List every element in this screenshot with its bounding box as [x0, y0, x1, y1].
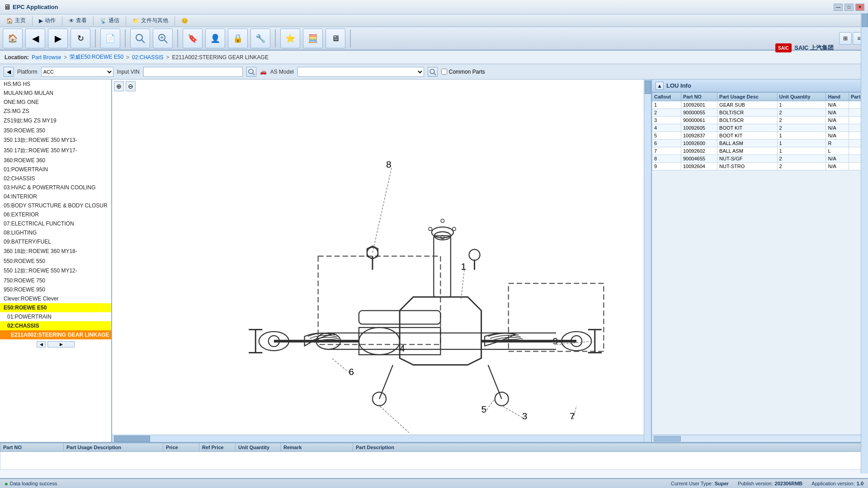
- sidebar-item[interactable]: ZS19款:MG ZS MY19: [0, 116, 111, 126]
- diagram-zoom-in[interactable]: ⊕: [114, 81, 124, 91]
- location-label: Location:: [5, 54, 29, 61]
- app-title: EPC Application: [13, 4, 58, 10]
- sidebar-item[interactable]: 04:INTERIOR: [0, 192, 111, 201]
- lou-collapse-button[interactable]: ▲: [656, 82, 664, 90]
- asmodel-search-button[interactable]: [428, 67, 438, 77]
- lou-table-row[interactable]: 910092604NUT-STRO2N/A: [652, 163, 868, 170]
- menubar: 🏠 主页 ▶ 动作 👁 查看 📡 通信 📁 文件与其他 😊 SAIC SAIC …: [0, 14, 868, 27]
- lou-table-row[interactable]: 710092602BALL ASM1L: [652, 147, 868, 155]
- home-button[interactable]: 🏠: [3, 28, 23, 48]
- sidebar-item[interactable]: HS:MG HS: [0, 80, 111, 89]
- sidebar-items: HS:MG HSMULAN:MG MULANONE:MG ONEZS:MG ZS…: [0, 80, 111, 339]
- lou-table-row[interactable]: 510092837BOOT KIT1N/A: [652, 132, 868, 140]
- new-button[interactable]: 📄: [100, 28, 120, 48]
- back-button[interactable]: ◀: [25, 28, 45, 48]
- vin-input[interactable]: [143, 67, 243, 77]
- lou-table-cell: N/A: [826, 132, 849, 140]
- lock-button[interactable]: 🔒: [228, 28, 248, 48]
- lou-table-row[interactable]: 890004655NUT-S/GF2N/A: [652, 155, 868, 163]
- diagram-scrollbar-vertical[interactable]: [644, 80, 651, 442]
- vin-search-button[interactable]: [246, 67, 256, 77]
- search-button[interactable]: [130, 28, 150, 48]
- sidebar-item[interactable]: ONE:MG ONE: [0, 98, 111, 107]
- location-part-browse[interactable]: Part Browse: [32, 54, 61, 61]
- sidebar-item[interactable]: 08:LIGHTING: [0, 228, 111, 237]
- sidebar[interactable]: HS:MG HSMULAN:MG MULANONE:MG ONEZS:MG ZS…: [0, 80, 112, 442]
- sidebar-item[interactable]: Clever:ROEWE Clever: [0, 294, 111, 303]
- person-button[interactable]: 👤: [205, 28, 225, 48]
- sidebar-item[interactable]: 01:POWERTRAIN: [0, 165, 111, 174]
- sidebar-item[interactable]: 06:EXTERIOR: [0, 210, 111, 219]
- sidebar-scroll-right[interactable]: ▶: [47, 341, 75, 347]
- lou-table-row[interactable]: 410092605BOOT KIT2N/A: [652, 124, 868, 132]
- lou-table-cell: 2: [777, 117, 826, 124]
- minimize-button[interactable]: —: [834, 4, 843, 11]
- asmodel-select[interactable]: [297, 67, 424, 77]
- refresh-button[interactable]: ↻: [71, 28, 90, 48]
- common-parts-checkbox-label[interactable]: Common Parts: [441, 69, 485, 75]
- sidebar-item[interactable]: 550 12款::ROEWE 550 MY12-: [0, 266, 111, 276]
- sidebar-item[interactable]: 350:ROEWE 350: [0, 126, 111, 135]
- location-sep-3: >: [166, 54, 169, 61]
- location-chassis[interactable]: 02:CHASSIS: [132, 54, 163, 61]
- maximize-button[interactable]: □: [844, 4, 854, 11]
- lou-table-row[interactable]: 610092600BALL ASM1R: [652, 140, 868, 147]
- lou-table-body: 110092601GEAR SUB1N/A290000055BOLT/SCR2N…: [652, 101, 868, 170]
- svg-line-3: [142, 40, 145, 43]
- lou-table[interactable]: Callout Part NO Part Usage Desc Unit Qua…: [652, 92, 868, 435]
- close-button[interactable]: ✕: [855, 4, 864, 11]
- sidebar-item[interactable]: 750:ROEWE 750: [0, 276, 111, 285]
- publish-version: 202306RMB: [775, 481, 803, 486]
- lou-header-row: Callout Part NO Part Usage Desc Unit Qua…: [652, 93, 868, 101]
- sidebar-item[interactable]: 03:HVAC & POWERTRAIN COOLING: [0, 183, 111, 192]
- tools-button[interactable]: 🔧: [250, 28, 270, 48]
- diagram-scroll-thumb-h[interactable]: [114, 436, 150, 442]
- location-roewe-e50[interactable]: 荣威E50:ROEWE E50: [70, 53, 123, 61]
- lou-scroll-thumb[interactable]: [654, 436, 681, 441]
- sidebar-item[interactable]: 02:CHASSIS: [0, 321, 111, 330]
- filterbar-back-button[interactable]: ◀: [4, 67, 14, 77]
- calculator-button[interactable]: 🧮: [303, 28, 323, 48]
- zoom-button[interactable]: [153, 28, 173, 48]
- app-version: 1.0: [857, 481, 863, 486]
- sidebar-item[interactable]: ZS:MG ZS: [0, 107, 111, 116]
- diagram-zoom-out[interactable]: ⊖: [126, 81, 136, 91]
- sidebar-scroll-left[interactable]: ◀: [37, 341, 46, 347]
- monitor-button[interactable]: 🖥: [326, 28, 345, 48]
- lou-scroll-thumb-v[interactable]: [862, 14, 868, 27]
- sidebar-item[interactable]: E50:ROEWE E50: [0, 303, 111, 312]
- lou-table-row[interactable]: 390000061BOLT/SCR2N/A: [652, 117, 868, 124]
- sidebar-item[interactable]: E211A002:STEERING GEAR LINKAGE: [0, 330, 111, 339]
- sidebar-item[interactable]: 550:ROEWE 550: [0, 257, 111, 266]
- diagram-scroll-thumb-v[interactable]: [645, 80, 651, 94]
- sidebar-item[interactable]: 05:BODY STRUCTURE & BODY CLOSUR: [0, 201, 111, 210]
- diagram-scrollbar-horizontal[interactable]: [112, 435, 644, 442]
- sidebar-item[interactable]: 07:ELECTRICAL FUNCTION: [0, 219, 111, 228]
- forward-button[interactable]: ▶: [48, 28, 68, 48]
- menu-files[interactable]: 📁 文件与其他: [128, 15, 173, 26]
- sidebar-item[interactable]: 350 13款::ROEWE 350 MY13-: [0, 135, 111, 145]
- sidebar-item[interactable]: 350 17款::ROEWE 350 MY17-: [0, 145, 111, 156]
- star-button[interactable]: ⭐: [280, 28, 300, 48]
- sidebar-item[interactable]: 360:ROEWE 360: [0, 156, 111, 165]
- grid-view-button[interactable]: ⊞: [839, 32, 852, 45]
- lou-scrollbar-vertical[interactable]: [861, 13, 868, 474]
- menu-view[interactable]: 👁 查看: [64, 15, 91, 26]
- sidebar-item[interactable]: 01:POWERTRAIN: [0, 312, 111, 321]
- bookmark-button[interactable]: 🔖: [183, 28, 203, 48]
- common-parts-checkbox[interactable]: [441, 69, 447, 75]
- platform-select[interactable]: ACC: [41, 67, 113, 77]
- sidebar-item[interactable]: 950:ROEWE 950: [0, 285, 111, 294]
- lou-table-row[interactable]: 290000055BOLT/SCR2N/A: [652, 109, 868, 117]
- sidebar-item[interactable]: 09:BATTERY/FUEL: [0, 237, 111, 246]
- lou-table-row[interactable]: 110092601GEAR SUB1N/A: [652, 101, 868, 109]
- sidebar-item[interactable]: MULAN:MG MULAN: [0, 89, 111, 98]
- menu-communication[interactable]: 📡 通信: [95, 15, 124, 26]
- menu-home[interactable]: 🏠 主页: [2, 15, 30, 26]
- sidebar-item[interactable]: 02:CHASSIS: [0, 174, 111, 183]
- menu-emoji[interactable]: 😊: [177, 16, 193, 26]
- sidebar-item[interactable]: 360 18款::ROEWE 360 MY18-: [0, 246, 111, 257]
- parts-col-qty: Unit Quantity: [236, 443, 281, 452]
- menu-action[interactable]: ▶ 动作: [34, 15, 60, 26]
- lou-scrollbar-horizontal[interactable]: [652, 435, 868, 442]
